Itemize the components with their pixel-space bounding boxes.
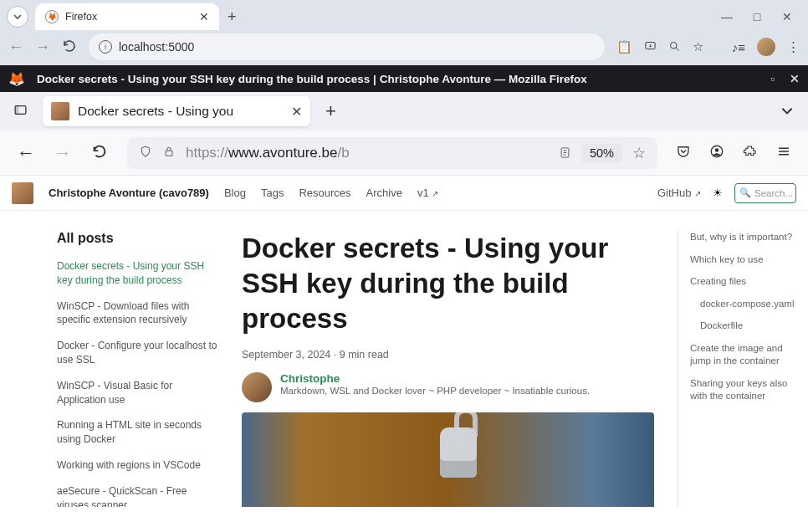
pocket-icon[interactable] <box>676 144 691 161</box>
minimize-button[interactable]: — <box>719 10 734 23</box>
svg-point-1 <box>670 43 677 49</box>
article-title: Docker secrets - Using your SSH key duri… <box>242 231 654 337</box>
inner-window-titlebar: 🦊 Docker secrets - Using your SSH key du… <box>0 65 808 92</box>
nav-link-tags[interactable]: Tags <box>261 187 284 199</box>
author-description: Markdown, WSL and Docker lover ~ PHP dev… <box>280 386 590 396</box>
firefox-logo-icon: 🦊 <box>8 71 25 87</box>
site-navbar: Christophe Avonture (cavo789) Blog Tags … <box>0 176 808 211</box>
address-bar[interactable]: i localhost:5000 <box>89 33 605 60</box>
inner-firefox-tabstrip: Docker secrets - Using you ✕ + <box>0 92 808 130</box>
back-button[interactable]: ← <box>8 38 23 56</box>
shield-icon[interactable] <box>139 145 152 160</box>
sidebar-post-link[interactable]: WinSCP - Visual Basic for Application us… <box>57 379 218 407</box>
reload-icon <box>62 38 77 54</box>
svg-rect-4 <box>166 151 172 156</box>
author-name[interactable]: Christophe <box>280 372 590 385</box>
clipboard-icon[interactable]: 📋 <box>616 39 632 54</box>
inner-close-button[interactable]: ✕ <box>790 72 800 85</box>
toc-item[interactable]: Creating files <box>690 275 796 289</box>
toolbar-right-icons: 📋 ☆ ♪≡ ⋮ <box>616 38 800 56</box>
reader-mode-icon[interactable] <box>559 146 571 160</box>
brand-name[interactable]: Christophe Avonture (cavo789) <box>49 187 209 199</box>
zoom-icon[interactable] <box>668 40 681 54</box>
external-link-icon: ↗ <box>432 189 438 198</box>
toc-item[interactable]: Which key to use <box>690 253 796 267</box>
external-link-icon: ↗ <box>694 189 701 198</box>
search-icon: 🔍 <box>739 187 751 198</box>
hero-image <box>242 412 654 507</box>
inner-window-controls: ▫ ✕ <box>770 72 800 85</box>
inner-toolbar-right <box>676 144 791 161</box>
toc-item[interactable]: But, why is it important? <box>690 231 796 244</box>
posts-sidebar: All posts Docker secrets - Using your SS… <box>57 231 218 507</box>
inner-firefox-toolbar: ← → https://www.avonture.be/b 50% ☆ <box>0 130 808 176</box>
reload-button[interactable] <box>62 38 77 56</box>
profile-icon[interactable] <box>709 144 724 161</box>
sidebar-post-link[interactable]: aeSecure - QuickScan - Free viruses scan… <box>57 484 218 507</box>
maximize-button[interactable]: □ <box>749 10 765 23</box>
close-tab-icon[interactable]: ✕ <box>199 10 209 23</box>
lock-icon[interactable] <box>162 145 176 160</box>
inner-new-tab-button[interactable]: + <box>325 100 336 122</box>
sidebar-post-link[interactable]: Running a HTML site in seconds using Doc… <box>57 418 218 447</box>
sidebar-heading: All posts <box>57 231 218 246</box>
toc-subitem[interactable]: docker-compose.yaml <box>690 298 796 311</box>
address-text: localhost:5000 <box>119 40 194 54</box>
nav-link-resources[interactable]: Resources <box>299 187 350 199</box>
tab-title: Firefox <box>65 11 192 23</box>
sidebar-toggle-icon[interactable] <box>13 103 28 120</box>
inner-bookmark-icon[interactable]: ☆ <box>632 144 646 162</box>
tab-list-dropdown-icon[interactable] <box>780 103 795 120</box>
toc-subitem[interactable]: Dockerfile <box>690 320 796 333</box>
inner-address-bar[interactable]: https://www.avonture.be/b 50% ☆ <box>127 137 657 169</box>
tab-search-caret[interactable] <box>7 6 28 28</box>
toc-item[interactable]: Sharing your keys also with the containe… <box>690 377 796 403</box>
search-placeholder: Search... <box>754 188 793 198</box>
inner-back-button[interactable]: ← <box>17 142 35 164</box>
site-body: All posts Docker secrets - Using your SS… <box>0 211 808 507</box>
outer-chrome-toolbar: ← → i localhost:5000 📋 ☆ ♪≡ ⋮ <box>0 28 808 65</box>
media-icon[interactable]: ♪≡ <box>732 40 745 54</box>
browser-tab[interactable]: 🦊 Firefox ✕ <box>35 3 219 30</box>
table-of-contents: But, why is it important? Which key to u… <box>678 231 796 507</box>
svg-point-7 <box>715 148 719 152</box>
inner-tab-title: Docker secrets - Using you <box>78 104 283 119</box>
window-controls: — □ ✕ <box>719 10 801 23</box>
sidebar-post-link[interactable]: Working with regions in VSCode <box>57 458 218 473</box>
firefox-favicon-icon: 🦊 <box>45 10 59 23</box>
extensions-icon[interactable] <box>743 144 758 161</box>
sidebar-post-link[interactable]: Docker secrets - Using your SSH key duri… <box>57 259 218 288</box>
new-tab-button[interactable]: + <box>228 8 237 26</box>
nav-link-blog[interactable]: Blog <box>224 187 246 199</box>
window-title: Docker secrets - Using your SSH key duri… <box>37 73 770 85</box>
nav-link-github[interactable]: GitHub ↗ <box>657 187 701 199</box>
site-info-icon[interactable]: i <box>99 40 112 54</box>
install-icon[interactable] <box>644 40 657 54</box>
article-main: Docker secrets - Using your SSH key duri… <box>242 231 654 507</box>
nav-link-v1[interactable]: v1 ↗ <box>417 187 438 199</box>
inner-maximize-button[interactable]: ▫ <box>770 72 775 85</box>
inner-reload-button[interactable] <box>90 142 109 164</box>
inner-address-text: https://www.avonture.be/b <box>186 145 549 161</box>
article-meta: September 3, 2024 · 9 min read <box>242 349 654 361</box>
bookmark-icon[interactable]: ☆ <box>693 39 703 54</box>
close-window-button[interactable]: ✕ <box>780 10 795 23</box>
zoom-level-badge[interactable]: 50% <box>581 144 622 162</box>
toc-item[interactable]: Create the image and jump in the contain… <box>690 342 796 368</box>
chevron-down-icon <box>11 10 24 23</box>
brand-avatar <box>12 182 33 204</box>
inner-close-tab-icon[interactable]: ✕ <box>291 104 302 120</box>
forward-button[interactable]: → <box>35 38 50 56</box>
sidebar-post-link[interactable]: WinSCP - Download files with specific ex… <box>57 299 218 328</box>
search-input[interactable]: 🔍 Search... <box>734 183 796 203</box>
theme-toggle-icon[interactable]: ☀ <box>713 187 723 199</box>
svg-rect-3 <box>15 106 18 115</box>
inner-forward-button: → <box>54 142 72 164</box>
site-favicon <box>51 102 69 120</box>
sidebar-post-link[interactable]: Docker - Configure your localhost to use… <box>57 339 218 367</box>
hamburger-menu-icon[interactable] <box>776 144 791 161</box>
inner-browser-tab[interactable]: Docker secrets - Using you ✕ <box>43 96 310 126</box>
profile-avatar[interactable] <box>757 38 775 56</box>
menu-icon[interactable]: ⋮ <box>787 39 800 54</box>
nav-link-archive[interactable]: Archive <box>366 187 402 199</box>
